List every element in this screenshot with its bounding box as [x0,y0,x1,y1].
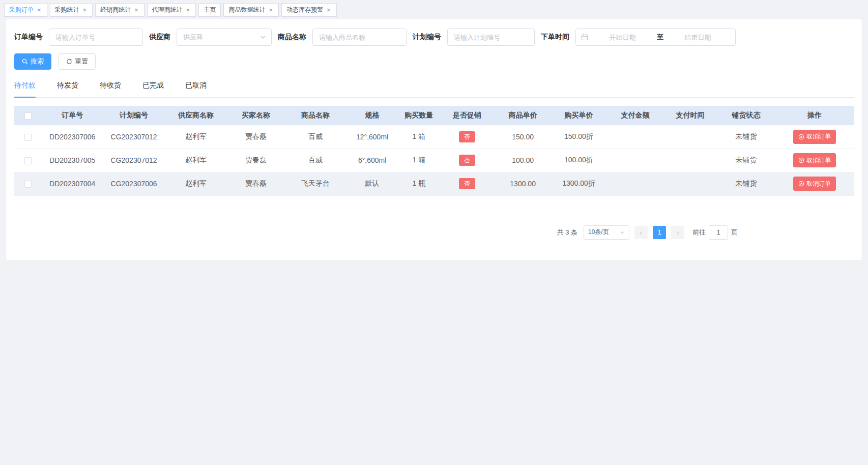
cancel-order-label: 取消订单 [806,156,831,165]
goto-suffix: 页 [731,228,738,237]
plan-no-label: 计划编号 [413,33,441,42]
cell-buyer: 贾春磊 [226,125,285,149]
date-separator: 至 [657,33,663,42]
orders-table: 订单号 计划编号 供应商名称 买家名称 商品名称 规格 购买数量 是否促销 商品… [14,106,854,196]
cell-unit-price: 1300.00 [495,172,551,195]
order-no-label: 订单编号 [14,33,43,42]
tab-product-data-stats[interactable]: 商品数据统计 × [223,3,279,17]
filter-actions: 搜索 重置 [14,53,854,70]
cell-product: 飞天茅台 [285,172,346,195]
tab-label: 商品数据统计 [228,6,265,14]
cell-buy-price: 100.00折 [551,149,607,172]
status-tab-pending-shipment[interactable]: 待发货 [57,81,78,98]
col-pay-amount: 支付金额 [606,106,663,125]
supplier-select[interactable]: 供应商 [177,28,272,46]
reset-button-label: 重置 [75,57,88,66]
end-date-input[interactable] [666,34,730,41]
plan-no-input[interactable] [447,28,535,46]
order-no-filter: 订单编号 [14,28,143,46]
cancel-circle-icon [798,157,804,163]
tab-label: 主页 [204,6,216,14]
tab-purchase-orders[interactable]: 采购订单 × [4,3,47,17]
search-form: 订单编号 供应商 供应商 商品名称 计划编号 下单时间 [14,28,854,46]
start-date-input[interactable] [590,34,655,41]
cancel-order-label: 取消订单 [806,132,831,141]
cancel-order-button[interactable]: 取消订单 [793,153,836,167]
cancel-circle-icon [798,181,804,187]
chevron-down-icon [260,34,266,40]
close-icon[interactable]: × [36,7,42,13]
cell-pay-amount [606,149,663,172]
page-size-value: 10条/页 [588,228,609,237]
row-checkbox[interactable] [24,181,32,188]
table-row: DD202307006 CG202307012 赵利军 贾春磊 百威 12°,6… [14,125,854,149]
status-tab-pending-payment[interactable]: 待付款 [14,81,36,98]
cell-buy-price: 150.00折 [551,125,607,149]
supplier-label: 供应商 [149,33,170,42]
cell-stock-status: 未铺货 [717,125,775,149]
cell-unit-price: 100.00 [495,149,551,172]
tab-stock-warning[interactable]: 动态库存预警 × [281,3,337,17]
goto-page-input[interactable] [709,225,728,240]
search-button-label: 搜索 [31,57,44,66]
pagination-goto: 前往 页 [692,225,738,240]
current-page-button[interactable]: 1 [653,226,666,239]
cancel-order-button[interactable]: 取消订单 [793,177,836,191]
close-icon[interactable]: × [326,7,332,13]
order-no-input[interactable] [49,28,143,46]
table-row: DD202307004 CG202307006 赵利军 贾春磊 飞天茅台 默认 … [14,172,854,195]
supplier-select-placeholder: 供应商 [183,33,203,42]
close-icon[interactable]: × [185,7,191,13]
page-size-select[interactable]: 10条/页 [584,225,629,240]
product-name-label: 商品名称 [278,33,306,42]
tab-dealer-stats[interactable]: 经销商统计 × [95,3,144,17]
product-name-filter: 商品名称 [278,28,407,46]
order-time-range-picker[interactable]: 至 [575,28,736,46]
row-checkbox[interactable] [24,134,32,141]
status-tab-cancelled[interactable]: 已取消 [185,81,207,98]
calendar-icon [581,34,588,41]
row-checkbox[interactable] [24,157,32,164]
prev-page-button[interactable]: ‹ [634,226,648,239]
select-all-checkbox[interactable] [24,112,32,120]
promo-badge: 否 [459,178,475,189]
cancel-order-button[interactable]: 取消订单 [793,130,836,144]
close-icon[interactable]: × [82,7,88,13]
cell-supplier: 赵利军 [165,125,227,149]
col-promo: 是否促销 [439,106,495,125]
status-tab-completed[interactable]: 已完成 [142,81,164,98]
tab-label: 动态库存预警 [286,6,323,14]
cell-buyer: 贾春磊 [226,172,285,195]
cell-spec: 6°,600ml [345,149,398,172]
cell-spec: 默认 [345,172,398,195]
close-icon[interactable]: × [133,7,139,13]
search-button[interactable]: 搜索 [14,53,51,70]
supplier-filter: 供应商 供应商 [149,28,272,46]
tab-bar: 采购订单 × 采购统计 × 经销商统计 × 代理商统计 × 主页 商品数据统计 … [0,0,868,19]
cell-product: 百威 [285,149,346,172]
col-buyer: 买家名称 [226,106,285,125]
table-header-row: 订单号 计划编号 供应商名称 买家名称 商品名称 规格 购买数量 是否促销 商品… [14,106,854,125]
cell-order-no: DD202307005 [42,149,103,172]
promo-badge: 否 [459,155,475,166]
cell-buyer: 贾春磊 [226,149,285,172]
cell-pay-amount [606,172,663,195]
tab-agent-stats[interactable]: 代理商统计 × [147,3,196,17]
product-name-input[interactable] [312,28,407,46]
tab-purchase-stats[interactable]: 采购统计 × [50,3,93,17]
chevron-down-icon [620,230,625,235]
search-icon [22,59,28,65]
cell-product: 百威 [285,125,346,149]
status-tab-pending-receipt[interactable]: 待收货 [100,81,121,98]
order-time-filter: 下单时间 至 [541,28,736,46]
col-order-no: 订单号 [42,106,103,125]
close-icon[interactable]: × [268,7,274,13]
col-unit-price: 商品单价 [495,106,551,125]
reset-button[interactable]: 重置 [59,53,96,70]
col-quantity: 购买数量 [399,106,439,125]
next-page-button[interactable]: › [671,226,684,239]
cell-stock-status: 未铺货 [717,172,775,195]
pagination: 共 3 条 10条/页 ‹ 1 › 前往 页 [14,225,738,240]
pagination-total: 共 3 条 [557,228,577,237]
tab-home[interactable]: 主页 [198,3,221,17]
